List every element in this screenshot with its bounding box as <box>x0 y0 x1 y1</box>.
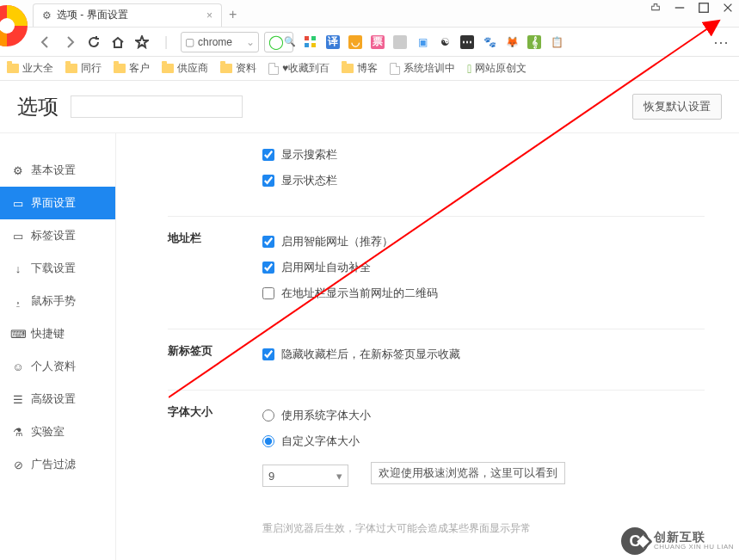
options-search-input[interactable] <box>71 95 243 118</box>
bookmark-folder[interactable]: 博客 <box>342 61 378 76</box>
tab-icon: ▭ <box>12 230 24 242</box>
checkbox-smart-url[interactable]: 启用智能网址（推荐） <box>262 229 705 255</box>
star-button[interactable] <box>132 33 151 52</box>
divider: | <box>157 33 176 52</box>
ticket-icon[interactable]: 票 <box>371 35 385 49</box>
tab-close-icon[interactable]: × <box>206 9 212 22</box>
sidebar: ⚙基本设置 ▭界面设置 ▭标签设置 ↓下载设置 ⍚鼠标手势 ⌨快捷键 ☺个人资料… <box>0 133 116 560</box>
radio-custom-font[interactable]: 自定义字体大小 <box>262 428 705 454</box>
checkbox-qrcode[interactable]: 在地址栏显示当前网址的二维码 <box>262 280 705 306</box>
new-tab-button[interactable]: + <box>229 7 237 22</box>
back-button[interactable] <box>36 33 55 52</box>
svg-rect-9 <box>305 43 309 47</box>
folder-icon <box>162 64 174 73</box>
fox-icon[interactable]: 🦊 <box>505 35 519 49</box>
green-ext-icon[interactable]: 𝄞 <box>527 35 541 49</box>
sidebar-item-adblock[interactable]: ⊘广告过滤 <box>0 448 115 481</box>
translate-icon[interactable]: 译 <box>326 35 340 49</box>
folder-icon <box>220 64 232 73</box>
maximize-icon[interactable] <box>696 2 711 16</box>
close-icon[interactable] <box>720 2 736 16</box>
radio[interactable] <box>262 435 274 447</box>
svg-rect-10 <box>311 43 316 47</box>
download-icon: ↓ <box>12 262 24 274</box>
gray-ext-icon[interactable] <box>393 35 407 49</box>
checkbox[interactable] <box>262 149 274 161</box>
checkbox[interactable] <box>262 348 274 360</box>
radio-system-font[interactable]: 使用系统字体大小 <box>262 403 705 428</box>
bookmark-folder[interactable]: 业大全 <box>7 61 53 76</box>
radio[interactable] <box>262 409 274 422</box>
wear-icon[interactable] <box>648 2 663 16</box>
page-icon <box>390 63 400 75</box>
sidebar-item-download[interactable]: ↓下载设置 <box>0 252 115 285</box>
bookmark-page[interactable]: ♥收藏到百 <box>268 61 329 76</box>
folder-icon <box>65 64 77 73</box>
person-icon: ☺ <box>12 360 24 372</box>
watermark: C 创新互联 CHUANG XIN HU LIAN <box>621 527 734 555</box>
screenshot-icon[interactable]: ▣ <box>416 35 429 49</box>
font-preview: 欢迎使用极速浏览器，这里可以看到 <box>371 462 565 484</box>
checkbox-autocomplete[interactable]: 启用网址自动补全 <box>262 255 705 280</box>
watermark-text-en: CHUANG XIN HU LIAN <box>654 544 734 551</box>
section-label <box>168 142 262 194</box>
menu-button[interactable]: ⋯ <box>713 33 732 52</box>
gear-icon: ⚙ <box>42 9 52 22</box>
evernote-icon[interactable]: 📋 <box>550 35 563 49</box>
minimize-icon[interactable] <box>672 2 687 16</box>
window-icon: ▭ <box>12 197 24 209</box>
dots-ext-icon[interactable]: ⋯ <box>460 35 474 49</box>
sidebar-item-lab[interactable]: ⚗实验室 <box>0 415 115 448</box>
bookmark-page[interactable]: 系统培训中 <box>390 61 455 76</box>
block-icon: ⊘ <box>12 458 24 471</box>
sliders-icon: ☰ <box>12 393 24 405</box>
paw-icon[interactable]: 🐾 <box>483 35 496 49</box>
sidebar-item-tabs[interactable]: ▭标签设置 <box>0 219 115 252</box>
svg-rect-3 <box>699 3 709 13</box>
sidebar-item-advanced[interactable]: ☰高级设置 <box>0 383 115 415</box>
reset-defaults-button[interactable]: 恢复默认设置 <box>632 94 722 120</box>
sidebar-item-ui[interactable]: ▭界面设置 <box>0 187 115 219</box>
folder-icon <box>114 64 126 73</box>
tab-bar: ⚙ 选项 - 界面设置 × + <box>0 0 739 28</box>
tab-options[interactable]: ⚙ 选项 - 界面设置 × <box>33 3 222 27</box>
gear-icon: ⚙ <box>12 164 24 176</box>
shield-icon: ▢ <box>185 36 194 48</box>
keyboard-icon: ⌨ <box>12 328 24 340</box>
address-bar[interactable]: ▢ chrome ⌄ <box>181 32 259 52</box>
sidebar-item-basic[interactable]: ⚙基本设置 <box>0 154 115 187</box>
checkbox[interactable] <box>262 175 274 187</box>
font-size-select[interactable]: 9 ▾ <box>262 465 348 487</box>
bookmark-page[interactable]: 𖡼网站原创文 <box>467 61 527 76</box>
leaf-icon: 𖡼 <box>467 62 471 76</box>
yinyang-icon[interactable]: ☯ <box>438 35 452 49</box>
shield-ext-icon[interactable]: ◡ <box>348 35 362 49</box>
search-icon[interactable]: 🔍 <box>284 36 296 47</box>
grid-icon[interactable] <box>304 35 317 49</box>
search-engine-box[interactable]: ◯ 🔍 <box>264 32 293 52</box>
mouse-icon: ⍚ <box>12 295 24 307</box>
checkbox[interactable] <box>262 262 274 274</box>
section-label-font: 字体大小 <box>168 403 262 492</box>
content-area: 显示搜索栏 显示状态栏 地址栏 启用智能网址（推荐） 启用网址自动补全 在地址栏… <box>116 133 739 560</box>
svg-rect-7 <box>305 36 309 40</box>
bookmark-folder[interactable]: 客户 <box>114 61 150 76</box>
checkbox-show-statusbar[interactable]: 显示状态栏 <box>262 168 705 194</box>
page-title: 选项 <box>17 93 59 120</box>
bookmark-folder[interactable]: 同行 <box>65 61 102 76</box>
chevron-down-icon[interactable]: ⌄ <box>246 36 255 48</box>
forward-button[interactable] <box>60 33 79 52</box>
checkbox-show-searchbar[interactable]: 显示搜索栏 <box>262 142 705 168</box>
bookmark-folder[interactable]: 资料 <box>220 61 256 76</box>
sidebar-item-shortcut[interactable]: ⌨快捷键 <box>0 317 115 350</box>
checkbox[interactable] <box>262 287 274 299</box>
sidebar-item-gesture[interactable]: ⍚鼠标手势 <box>0 285 115 317</box>
home-button[interactable] <box>108 33 127 52</box>
watermark-text-zh: 创新互联 <box>654 531 734 544</box>
bookmark-folder[interactable]: 供应商 <box>162 61 208 76</box>
reload-button[interactable] <box>84 33 103 52</box>
checkbox-hide-fav[interactable]: 隐藏收藏栏后，在新标签页显示收藏 <box>262 342 705 367</box>
checkbox[interactable] <box>262 236 274 248</box>
watermark-logo: C <box>621 527 649 555</box>
sidebar-item-profile[interactable]: ☺个人资料 <box>0 350 115 383</box>
